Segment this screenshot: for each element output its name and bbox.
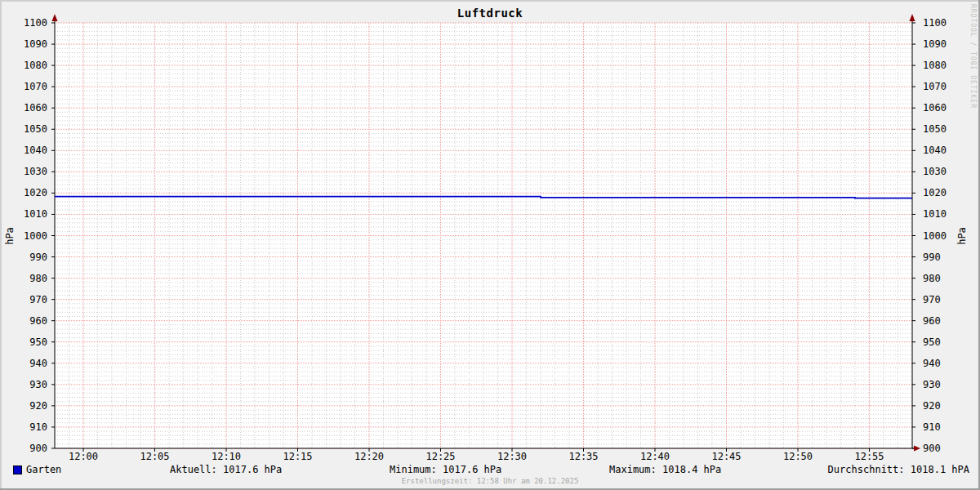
y-tick-label-right: 920 <box>923 401 941 411</box>
chart-title: Luftdruck <box>0 7 980 20</box>
series-color-swatch <box>13 466 22 474</box>
x-tick-label: 12:30 <box>491 452 533 461</box>
y-tick-label-left: 990 <box>15 252 47 262</box>
bevel-left <box>0 0 2 490</box>
y-tick-label-left: 970 <box>15 295 47 305</box>
y-tick-label-right: 910 <box>923 422 941 432</box>
bevel-top <box>0 0 980 2</box>
stat-minimum: Minimum: 1017.6 hPa <box>390 465 501 474</box>
x-tick-label: 12:00 <box>62 452 105 461</box>
y-axis-unit-left: hPa <box>4 227 16 245</box>
y-tick-label-right: 1020 <box>923 188 947 198</box>
plot-canvas <box>0 0 980 490</box>
y-tick-label-right: 1080 <box>923 60 947 70</box>
y-tick-label-left: 1030 <box>15 167 47 176</box>
y-tick-label-left: 1040 <box>15 145 47 155</box>
y-tick-label-left: 1000 <box>15 231 47 241</box>
y-tick-label-right: 1030 <box>923 167 947 176</box>
y-tick-label-right: 1070 <box>923 82 947 91</box>
y-tick-label-left: 940 <box>15 359 47 368</box>
x-tick-label: 12:20 <box>348 452 390 461</box>
y-tick-label-right: 980 <box>923 274 941 283</box>
x-tick-label: 12:10 <box>205 452 247 461</box>
y-tick-label-left: 1090 <box>15 39 47 49</box>
x-tick-label: 12:55 <box>849 452 891 461</box>
stat-maximum: Maximum: 1018.4 hPa <box>609 465 721 474</box>
y-tick-label-left: 1070 <box>15 82 47 91</box>
y-tick-label-right: 960 <box>923 316 941 326</box>
y-axis-unit-right: hPa <box>956 227 968 245</box>
y-tick-label-right: 970 <box>923 295 941 305</box>
y-tick-label-right: 900 <box>923 443 941 453</box>
y-tick-label-left: 910 <box>15 422 47 432</box>
y-tick-label-left: 950 <box>15 337 47 347</box>
series-label: Garten <box>26 465 61 474</box>
rrdtool-watermark: RRDTOOL / TOBI OETIKER <box>969 4 977 109</box>
y-tick-label-right: 1000 <box>923 231 947 241</box>
stat-aktuell: Aktuell: 1017.6 hPa <box>170 465 282 474</box>
y-tick-label-right: 1010 <box>923 209 947 219</box>
rrdtool-graph: 9009009109109209209309309409409509509609… <box>0 0 980 490</box>
y-tick-label-right: 940 <box>923 359 941 368</box>
y-tick-label-left: 900 <box>15 443 47 453</box>
x-tick-label: 12:25 <box>420 452 462 461</box>
y-tick-label-right: 990 <box>923 252 941 262</box>
y-tick-label-left: 980 <box>15 274 47 283</box>
y-tick-label-left: 1060 <box>15 103 47 113</box>
y-tick-label-left: 1080 <box>15 60 47 70</box>
y-tick-label-right: 1060 <box>923 103 947 113</box>
y-tick-label-left: 920 <box>15 401 47 411</box>
creation-timestamp: Erstellungszeit: 12:58 Uhr am 20.12.2025 <box>0 477 980 485</box>
x-tick-label: 12:50 <box>777 452 819 461</box>
y-tick-label-right: 1040 <box>923 145 947 155</box>
y-tick-label-left: 1010 <box>15 209 47 219</box>
y-tick-label-left: 960 <box>15 316 47 326</box>
y-tick-label-left: 1020 <box>15 188 47 198</box>
x-tick-label: 12:15 <box>277 452 319 461</box>
x-tick-label: 12:40 <box>634 452 676 461</box>
y-tick-label-right: 950 <box>923 337 941 347</box>
y-tick-label-left: 1050 <box>15 124 47 134</box>
x-tick-label: 12:35 <box>563 452 605 461</box>
y-tick-label-right: 1050 <box>923 124 947 134</box>
x-tick-label: 12:05 <box>134 452 176 461</box>
y-tick-label-left: 930 <box>15 380 47 390</box>
x-tick-label: 12:45 <box>706 452 748 461</box>
stat-durchschnitt: Durchschnitt: 1018.1 hPA <box>828 465 969 474</box>
y-tick-label-right: 1090 <box>923 39 947 49</box>
y-tick-label-right: 930 <box>923 380 941 390</box>
